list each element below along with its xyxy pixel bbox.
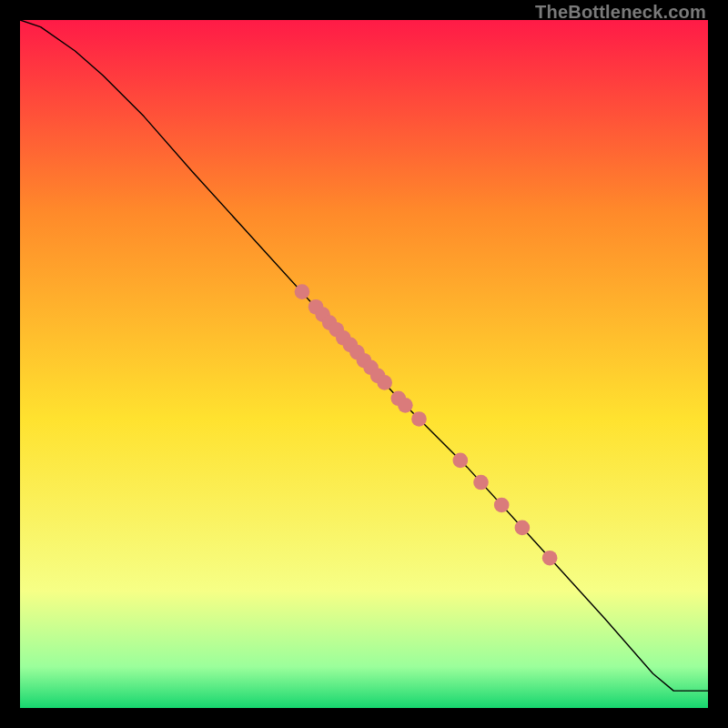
chart-marker <box>494 498 510 513</box>
bottleneck-chart <box>20 20 708 708</box>
chart-marker <box>542 551 558 566</box>
chart-marker <box>453 453 469 469</box>
chart-marker <box>377 375 392 390</box>
watermark-label: TheBottleneck.com <box>535 2 706 23</box>
chart-marker <box>398 398 413 413</box>
chart-marker <box>295 284 310 299</box>
chart-marker <box>515 521 531 536</box>
chart-stage: TheBottleneck.com <box>0 0 728 728</box>
chart-marker <box>473 475 489 490</box>
chart-marker <box>411 411 427 427</box>
